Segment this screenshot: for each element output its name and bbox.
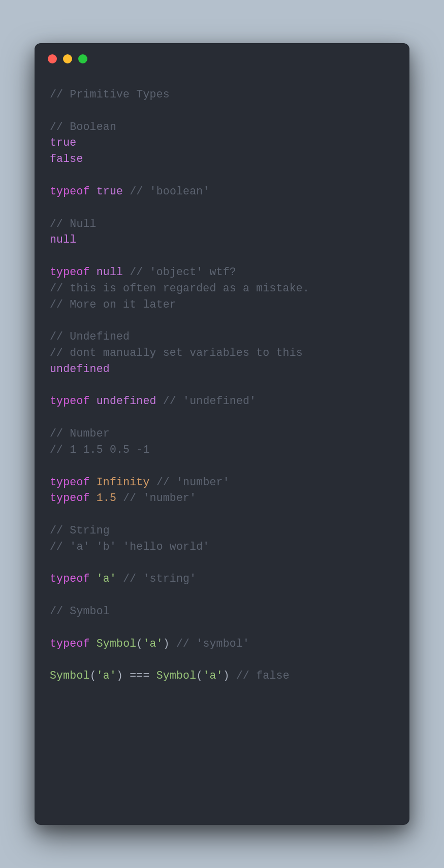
code-space (90, 185, 97, 197)
code-comment: // Symbol (50, 605, 110, 617)
code-space (90, 395, 97, 407)
code-comment: // More on it later (50, 298, 176, 311)
code-paren: ( (196, 670, 203, 682)
code-comment: // Boolean (50, 121, 116, 133)
code-space (90, 492, 97, 504)
code-keyword: true (50, 137, 76, 149)
code-comment: // dont manually set variables to this (50, 347, 303, 359)
code-space (123, 185, 130, 197)
code-typeof: typeof (50, 573, 90, 585)
code-content: // Primitive Types // Boolean true false… (35, 63, 409, 699)
code-comment: // Null (50, 218, 97, 230)
code-space (90, 573, 97, 585)
code-comment: // 'number' (156, 476, 230, 488)
code-number: 1.5 (97, 492, 116, 504)
code-paren: ) (223, 670, 230, 682)
code-space (90, 476, 97, 488)
code-keyword: null (97, 266, 123, 278)
code-typeof: typeof (50, 266, 90, 278)
code-keyword: null (50, 233, 76, 246)
code-comment: // Undefined (50, 330, 130, 343)
code-space (116, 492, 123, 504)
code-space (150, 476, 156, 488)
code-comment: // 'undefined' (163, 395, 256, 407)
code-function: Symbol (97, 638, 137, 650)
code-space (150, 670, 156, 682)
code-keyword: true (97, 185, 123, 197)
code-space (123, 266, 130, 278)
code-space (90, 638, 97, 650)
code-string: 'a' (143, 638, 163, 650)
code-comment: // Number (50, 427, 110, 440)
code-comment: // 1 1.5 0.5 -1 (50, 444, 150, 456)
code-space (170, 638, 176, 650)
code-function: Symbol (156, 670, 197, 682)
code-comment: // 'number' (123, 492, 196, 504)
close-icon[interactable] (48, 54, 57, 63)
code-comment: // 'symbol' (176, 638, 249, 650)
code-string: 'a' (97, 573, 116, 585)
code-string: 'a' (203, 670, 223, 682)
code-comment: // this is often regarded as a mistake. (50, 282, 309, 294)
code-comment: // 'boolean' (130, 185, 209, 197)
code-comment: // 'string' (123, 573, 196, 585)
code-keyword: undefined (97, 395, 156, 407)
code-space (230, 670, 236, 682)
code-comment: // Primitive Types (50, 88, 170, 101)
code-comment: // 'object' wtf? (130, 266, 236, 278)
code-typeof: typeof (50, 492, 90, 504)
code-typeof: typeof (50, 395, 90, 407)
code-comment: // false (236, 670, 290, 682)
code-space (156, 395, 163, 407)
code-paren: ) (163, 638, 170, 650)
code-comment: // String (50, 524, 110, 537)
code-typeof: typeof (50, 185, 90, 197)
code-paren: ) (116, 670, 123, 682)
minimize-icon[interactable] (63, 54, 72, 63)
code-paren: ( (90, 670, 97, 682)
maximize-icon[interactable] (78, 54, 87, 63)
code-constant: Infinity (97, 476, 150, 488)
code-keyword: undefined (50, 363, 110, 375)
code-comment: // 'a' 'b' 'hello world' (50, 541, 209, 553)
code-space (123, 670, 130, 682)
code-operator: === (130, 670, 149, 682)
code-keyword: false (50, 153, 83, 165)
code-space (90, 266, 97, 278)
code-window: // Primitive Types // Boolean true false… (35, 43, 409, 825)
code-space (116, 573, 123, 585)
window-titlebar (35, 43, 409, 63)
code-typeof: typeof (50, 476, 90, 488)
code-function: Symbol (50, 670, 90, 682)
code-string: 'a' (97, 670, 116, 682)
code-typeof: typeof (50, 638, 90, 650)
code-paren: ( (136, 638, 143, 650)
